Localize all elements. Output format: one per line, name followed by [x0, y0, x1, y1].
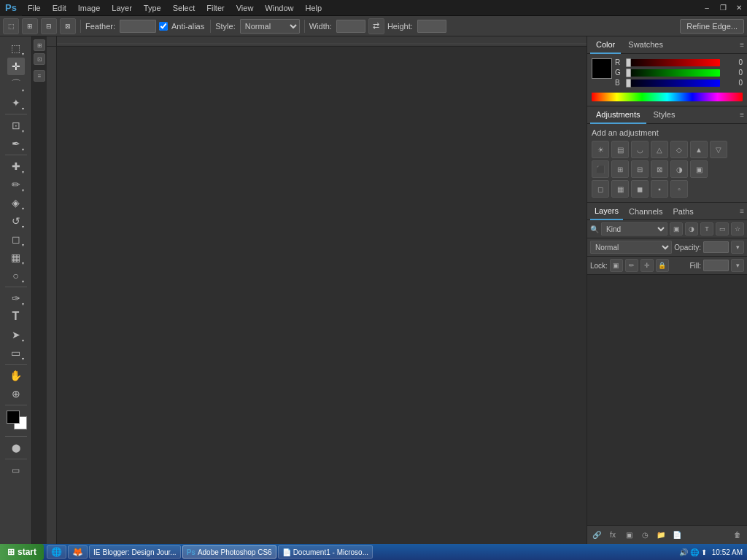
taskbar-item-photoshop[interactable]: Ps Adobe Photoshop CS6 — [182, 545, 276, 559]
tab-swatches[interactable]: Swatches — [622, 36, 669, 54]
filter-shape-btn[interactable]: ▭ — [716, 222, 729, 236]
eyedropper-tool[interactable]: ✒▾ — [7, 135, 25, 152]
adj-levels-btn[interactable]: ▤ — [611, 141, 629, 158]
blue-slider[interactable] — [626, 79, 720, 87]
add-mask-btn[interactable]: ▣ — [622, 529, 635, 542]
tab-styles[interactable]: Styles — [648, 106, 681, 124]
lock-all-btn[interactable]: 🔒 — [656, 259, 669, 272]
new-selection-btn[interactable]: ⬚ — [3, 18, 19, 34]
active-color-swatch[interactable] — [592, 58, 612, 79]
refine-edge-button[interactable]: Refine Edge... — [680, 19, 744, 34]
fill-arrow-btn[interactable]: ▾ — [731, 259, 744, 272]
green-thumb[interactable] — [626, 69, 631, 77]
filter-type-btn[interactable]: T — [700, 222, 713, 236]
width-input[interactable] — [336, 20, 365, 33]
adj-posterize-btn[interactable]: ▣ — [690, 160, 708, 178]
healing-tool[interactable]: ✚▾ — [7, 158, 25, 175]
dodge-tool[interactable]: ○▾ — [7, 267, 25, 284]
path-selection-tool[interactable]: ➤▾ — [7, 326, 25, 343]
shape-tool[interactable]: ▭▾ — [7, 344, 25, 362]
panel-extra-btn-3[interactable]: ≡ — [34, 70, 45, 82]
adj-extra2-btn[interactable]: ▫ — [670, 180, 688, 198]
opacity-arrow-btn[interactable]: ▾ — [731, 241, 744, 254]
canvas-document[interactable] — [57, 47, 587, 544]
zoom-tool[interactable]: ⊕ — [7, 385, 25, 402]
lasso-tool[interactable]: ⌒▾ — [7, 76, 25, 93]
lock-transparent-btn[interactable]: ▣ — [610, 259, 623, 272]
menu-select[interactable]: Select — [167, 0, 201, 15]
taskbar-item-document[interactable]: 📄 Document1 - Microso... — [278, 545, 373, 559]
lock-image-btn[interactable]: ✏ — [625, 259, 638, 272]
eraser-tool[interactable]: ◻▾ — [7, 230, 25, 248]
layers-panel-menu[interactable]: ≡ — [740, 207, 744, 215]
menu-edit[interactable]: Edit — [47, 0, 72, 15]
history-brush-tool[interactable]: ↺▾ — [7, 212, 25, 230]
blend-mode-select[interactable]: Normal Dissolve Multiply Screen Overlay — [590, 241, 672, 254]
anti-alias-checkbox[interactable] — [159, 22, 168, 31]
adj-extra1-btn[interactable]: ▪ — [651, 180, 668, 198]
blue-thumb[interactable] — [626, 79, 631, 88]
screen-mode-btn[interactable]: ▭ — [7, 462, 25, 479]
adj-selective-btn[interactable]: ◼ — [631, 180, 649, 198]
pen-tool[interactable]: ✑▾ — [7, 289, 25, 307]
tab-layers[interactable]: Layers — [590, 203, 623, 220]
intersect-selection-btn[interactable]: ⊠ — [60, 18, 76, 34]
menu-window[interactable]: Window — [259, 0, 299, 15]
adj-gradient-map-btn[interactable]: ▦ — [611, 180, 629, 198]
adj-photofilter-btn[interactable]: ⊞ — [611, 160, 629, 178]
menu-image[interactable]: Image — [72, 0, 107, 15]
adj-exposure-btn[interactable]: △ — [651, 141, 668, 158]
add-selection-btn[interactable]: ⊞ — [22, 18, 38, 34]
minimize-button[interactable]: – — [699, 0, 715, 16]
menu-file[interactable]: File — [22, 0, 47, 15]
color-panel-menu[interactable]: ≡ — [740, 41, 744, 49]
adjustments-panel-menu[interactable]: ≡ — [740, 111, 744, 119]
adj-colorlookup-btn[interactable]: ⊠ — [651, 160, 668, 178]
menu-help[interactable]: Help — [299, 0, 328, 15]
delete-layer-btn[interactable]: 🗑 — [731, 529, 744, 542]
opacity-input[interactable] — [703, 241, 729, 253]
foreground-color-swatch[interactable] — [7, 411, 20, 424]
adj-curves-btn[interactable]: ◡ — [631, 141, 649, 158]
clone-tool[interactable]: ◈▾ — [7, 194, 25, 211]
fill-input[interactable] — [703, 260, 729, 271]
tab-adjustments[interactable]: Adjustments — [590, 106, 646, 124]
adj-threshold-btn[interactable]: ◻ — [592, 180, 609, 198]
color-spectrum[interactable] — [592, 93, 743, 101]
move-tool[interactable]: ✛ — [7, 58, 25, 75]
adj-channelmixer-btn[interactable]: ⊟ — [631, 160, 649, 178]
panel-extra-btn-2[interactable]: ⊡ — [34, 53, 45, 65]
restore-button[interactable]: ❐ — [715, 0, 731, 16]
layer-effects-btn[interactable]: fx — [606, 529, 619, 542]
menu-type[interactable]: Type — [138, 0, 167, 15]
tab-channels[interactable]: Channels — [624, 203, 667, 220]
taskbar-item-browser3[interactable]: IE Blogger: Design Jour... — [89, 545, 181, 559]
link-layers-btn[interactable]: 🔗 — [590, 529, 603, 542]
filter-pixel-btn[interactable]: ▣ — [670, 222, 683, 236]
marquee-tool[interactable]: ⬚▾ — [7, 39, 25, 57]
feather-input[interactable] — [120, 20, 156, 33]
adj-brightness-btn[interactable]: ☀ — [592, 141, 609, 158]
menu-layer[interactable]: Layer — [106, 0, 138, 15]
filter-smart-btn[interactable]: ☆ — [731, 222, 744, 236]
new-group-btn[interactable]: 📁 — [654, 529, 667, 542]
new-layer-btn[interactable]: 📄 — [670, 529, 684, 542]
height-input[interactable] — [417, 20, 446, 33]
menu-view[interactable]: View — [231, 0, 260, 15]
adj-vibrance-btn[interactable]: ◇ — [670, 141, 688, 158]
taskbar-item-browser2[interactable]: 🦊 — [68, 545, 88, 559]
panel-extra-btn-1[interactable]: ⊞ — [34, 39, 45, 51]
quick-mask-btn[interactable]: ⬤ — [7, 439, 25, 456]
red-slider[interactable] — [626, 59, 720, 66]
crop-tool[interactable]: ⊡▾ — [7, 117, 25, 134]
adj-colorbalance-btn[interactable]: ▽ — [710, 141, 727, 158]
taskbar-item-browser1[interactable]: 🌐 — [47, 545, 66, 559]
magic-wand-tool[interactable]: ✦▾ — [7, 94, 25, 112]
new-fill-btn[interactable]: ◷ — [638, 529, 651, 542]
style-select[interactable]: Normal Fixed Ratio Fixed Size — [240, 19, 300, 34]
color-swatches[interactable] — [4, 409, 28, 434]
tab-paths[interactable]: Paths — [669, 203, 698, 220]
brush-tool[interactable]: ✏▾ — [7, 176, 25, 193]
text-tool[interactable]: T — [7, 308, 25, 325]
tab-color[interactable]: Color — [590, 36, 621, 54]
